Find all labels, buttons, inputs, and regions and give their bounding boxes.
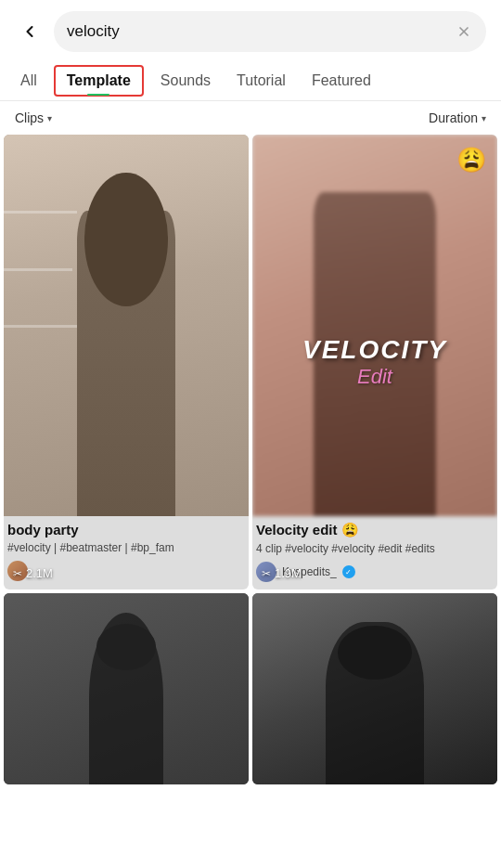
card-tags-1: #velocity | #beatmaster | #bp_fam — [7, 540, 245, 556]
velocity-text-overlay: VELOCITY Edit — [302, 335, 447, 389]
video-card-3[interactable] — [4, 593, 249, 784]
clips-filter-label: Clips — [15, 110, 44, 125]
velocity-title-text: VELOCITY — [302, 335, 447, 365]
card-tags-2: 4 clip #velocity #velocity #edit #edits — [256, 541, 494, 557]
use-count-label-1: 2.1M — [26, 566, 53, 580]
back-button[interactable] — [15, 17, 45, 46]
tab-featured[interactable]: Featured — [299, 63, 384, 98]
video-card-2[interactable]: VELOCITY Edit 😩 ✂ 1.9M Velocity edit 😩 4… — [252, 135, 497, 589]
clear-search-button[interactable] — [455, 22, 473, 41]
duration-filter-label: Duration — [429, 110, 478, 125]
duration-filter-button[interactable]: Duration ▾ — [429, 110, 486, 125]
video-grid: ✂ 2.1M body party #velocity | #beatmaste… — [0, 135, 501, 784]
video-card-4[interactable] — [252, 593, 497, 784]
velocity-edit-text: Edit — [302, 365, 447, 389]
tab-sounds[interactable]: Sounds — [148, 63, 224, 98]
filter-row: Clips ▾ Duration ▾ — [0, 101, 501, 135]
use-count-2: ✂ 1.9M — [262, 566, 302, 580]
use-count-label-2: 1.9M — [275, 566, 302, 580]
clips-filter-button[interactable]: Clips ▾ — [15, 110, 52, 125]
scissors-icon-2: ✂ — [262, 567, 271, 580]
video-card-1[interactable]: ✂ 2.1M body party #velocity | #beatmaste… — [4, 135, 249, 589]
duration-chevron-icon: ▾ — [482, 113, 486, 123]
search-input[interactable] — [67, 22, 447, 41]
clips-chevron-icon: ▾ — [47, 113, 52, 123]
emoji-overlay-2: 😩 — [456, 146, 486, 175]
card-title-2: Velocity edit 😩 — [256, 522, 494, 538]
card-title-1: body party — [7, 522, 245, 538]
tab-all[interactable]: All — [7, 63, 50, 98]
search-bar — [54, 11, 486, 52]
verified-icon-2: ✓ — [342, 565, 355, 578]
tab-tutorial[interactable]: Tutorial — [224, 63, 299, 98]
header — [0, 0, 501, 52]
tab-template[interactable]: Template — [54, 65, 144, 97]
use-count-1: ✂ 2.1M — [13, 566, 53, 580]
scissors-icon-1: ✂ — [13, 567, 22, 580]
tab-bar: All Template Sounds Tutorial Featured — [0, 61, 501, 101]
